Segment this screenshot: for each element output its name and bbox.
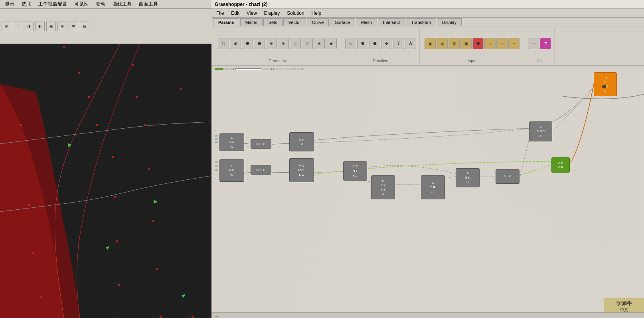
- ribbon-icon-input6[interactable]: →: [484, 38, 496, 49]
- ribbon-input-icons: ▣ ▤ ▥ ▦ ⬢ → → ▪: [425, 29, 520, 58]
- gh-node-green-av[interactable]: A #V ✱: [551, 157, 570, 173]
- rhino-toolbar: 显示 选取 工作视窗配置 可见性 变动 曲线工具 曲面工具 ⊕ ○ ◑ ◐ ◉ …: [0, 0, 211, 44]
- tab-sets[interactable]: Sets: [263, 18, 282, 26]
- gh-node-cbd[interactable]: CB ⊛CD: [529, 121, 552, 141]
- ribbon-icon-shape2[interactable]: ▽: [302, 38, 313, 49]
- ribbon-input-label: Input: [468, 59, 476, 63]
- rhino-toolbar-row: ⊕ ○ ◑ ◐ ◉ ⊛ ✖ 🖥: [0, 9, 211, 44]
- toolbar-btn-7[interactable]: ✖: [69, 22, 78, 31]
- ribbon-icon-input3[interactable]: ▥: [448, 38, 460, 49]
- menu-visibility[interactable]: 可见性: [71, 0, 92, 8]
- tab-intersect[interactable]: Intersect: [378, 18, 405, 26]
- menu-display[interactable]: 显示: [2, 0, 18, 8]
- tab-surface[interactable]: Surface: [330, 18, 355, 26]
- ribbon-icon-input4[interactable]: ▦: [460, 38, 472, 49]
- menu-select[interactable]: 选取: [18, 0, 34, 8]
- toolbar-btn-5[interactable]: ◉: [46, 22, 56, 31]
- ribbon-geometry-icons: ⬡ ◉ ⬢ ⬣ ⊕ ⊗ △ ▽ ◈ ◆: [218, 29, 337, 58]
- tab-mesh[interactable]: Mesh: [356, 18, 377, 26]
- gh-canvas[interactable]: LS ≡LW D ⊟ D V C⊙ LS ≡LW D ⊟ D V CD⟳LK D…: [211, 70, 644, 318]
- watermark-text-1: 学犀牛: [616, 300, 632, 307]
- menu-file[interactable]: File: [213, 10, 227, 17]
- gh-node-lsw-2[interactable]: LS ≡LW: [219, 159, 244, 182]
- menu-edit[interactable]: Edit: [228, 10, 243, 17]
- menu-viewport-config[interactable]: 工作视窗配置: [35, 0, 70, 8]
- ribbon-icon-cross[interactable]: ⊕: [266, 38, 277, 49]
- ribbon-group-geometry: ⬡ ◉ ⬢ ⬣ ⊕ ⊗ △ ▽ ◈ ◆ Geometry: [215, 28, 340, 64]
- ribbon-icon-input8[interactable]: ▪: [508, 38, 520, 49]
- ribbon-icon-input5[interactable]: ⬢: [472, 38, 484, 49]
- ribbon-group-util: → ⚗ Util: [525, 28, 555, 64]
- ribbon-icon-cross2[interactable]: ⊗: [278, 38, 289, 49]
- gh-node-dd-2[interactable]: D ⊟ D: [251, 165, 271, 175]
- gh-node-pxyz[interactable]: PX YY ZZ: [371, 175, 395, 199]
- ribbon-util-label: Util: [537, 59, 542, 63]
- gh-node-cntk[interactable]: C PN TK L: [343, 161, 367, 181]
- ribbon-icon-util1[interactable]: →: [528, 38, 539, 49]
- ribbon-icon-mesh[interactable]: ⬣: [254, 38, 265, 49]
- ribbon-icon-prim2[interactable]: ⬢: [357, 38, 368, 49]
- gh-node-vv-arrow[interactable]: V ↑V: [496, 169, 520, 184]
- gh-node-dd-1[interactable]: D ⊟ D: [251, 139, 271, 149]
- gh-ribbon: ⬡ ◉ ⬢ ⬣ ⊕ ⊗ △ ▽ ◈ ◆ Geometry ⬡ ⬢ ⬣ ◆ 7 A: [211, 26, 644, 66]
- ribbon-util-icons: → ⚗: [528, 29, 551, 58]
- ribbon-icon-input1[interactable]: ▣: [425, 38, 436, 49]
- toolbar-btn-4[interactable]: ◐: [35, 22, 45, 31]
- tab-display[interactable]: Display: [437, 18, 462, 26]
- ribbon-icon-hex2[interactable]: ⬢: [242, 38, 253, 49]
- ribbon-icon-prim3[interactable]: ⬣: [369, 38, 380, 49]
- ribbon-icon-prim4[interactable]: ◆: [381, 38, 392, 49]
- ribbon-icon-circle[interactable]: ⬡: [218, 38, 229, 49]
- ribbon-icon-hex[interactable]: ◉: [230, 38, 241, 49]
- connector-6: [215, 169, 218, 171]
- gh-node-vc-1[interactable]: V C⊙: [289, 132, 314, 151]
- menu-surface-tools[interactable]: 曲面工具: [136, 0, 161, 8]
- gh-statusbar: ...: [211, 312, 644, 318]
- menu-transform[interactable]: 变动: [93, 0, 109, 8]
- gh-ribbon-tabs: Params Maths Sets Vector Curve Surface M…: [211, 18, 644, 26]
- toolbar-btn-1[interactable]: ⊕: [2, 22, 11, 31]
- gh-node-lsw-1[interactable]: LS ≡LW: [219, 133, 244, 151]
- menu-view[interactable]: View: [243, 10, 260, 17]
- gh-titlebar: Grasshopper - zhazi (2): [211, 0, 644, 9]
- tab-vector[interactable]: Vector: [283, 18, 306, 26]
- toolbar-btn-2[interactable]: ○: [13, 22, 22, 31]
- ribbon-icon-util2[interactable]: ⚗: [540, 38, 551, 49]
- tab-params[interactable]: Params: [213, 18, 239, 26]
- rhino-3d-viewport[interactable]: [0, 44, 211, 318]
- ribbon-primitive-label: Primitive: [373, 59, 388, 63]
- menu-display[interactable]: Display: [261, 10, 283, 17]
- ribbon-icon-prim6[interactable]: A: [405, 38, 416, 49]
- gh-menubar: File Edit View Display Solution Help: [211, 9, 644, 18]
- toolbar-btn-3[interactable]: ◑: [24, 22, 34, 31]
- watermark-text-2: 中文: [620, 307, 628, 313]
- toolbar-btn-8[interactable]: 🖥: [80, 22, 89, 31]
- ribbon-icon-prim1[interactable]: ⬡: [345, 38, 356, 49]
- rhino-svg-canvas: [0, 44, 211, 318]
- ribbon-group-primitive: ⬡ ⬢ ⬣ ◆ 7 A Primitive: [342, 28, 420, 64]
- rhino-menubar: 显示 选取 工作视窗配置 可见性 变动 曲线工具 曲面工具: [0, 0, 211, 9]
- gh-node-xyz-mult[interactable]: XY ✱Z L: [421, 175, 445, 199]
- menu-help[interactable]: Help: [308, 10, 325, 17]
- tab-curve[interactable]: Curve: [307, 18, 329, 26]
- ribbon-icon-input2[interactable]: ▤: [437, 38, 448, 49]
- ribbon-icon-input7[interactable]: →: [496, 38, 508, 49]
- menu-solution[interactable]: Solution: [284, 10, 307, 17]
- ribbon-primitive-icons: ⬡ ⬢ ⬣ ◆ 7 A: [345, 29, 416, 58]
- connector-1: [215, 135, 218, 137]
- menu-curve-tools[interactable]: 曲线工具: [109, 0, 135, 8]
- gh-node-orange-tcs[interactable]: T TC⬛CS: [594, 72, 617, 96]
- gh-node-vckd[interactable]: V CD⟳LK D: [289, 158, 314, 182]
- ribbon-icon-shape3[interactable]: ◈: [314, 38, 325, 49]
- tab-maths[interactable]: Maths: [240, 18, 263, 26]
- ribbon-icon-prim5[interactable]: 7: [393, 38, 404, 49]
- toolbar-btn-6[interactable]: ⊛: [57, 22, 67, 31]
- ribbon-icon-shape4[interactable]: ◆: [326, 38, 337, 49]
- status-text: ...: [215, 313, 218, 318]
- ribbon-icon-shape[interactable]: △: [290, 38, 301, 49]
- tab-transform[interactable]: Transform: [406, 18, 436, 26]
- gh-title: Grasshopper - zhazi (2): [215, 2, 268, 7]
- gh-node-abu[interactable]: AB LU: [456, 168, 480, 187]
- connector-5: [215, 165, 218, 167]
- connector-2: [215, 138, 218, 140]
